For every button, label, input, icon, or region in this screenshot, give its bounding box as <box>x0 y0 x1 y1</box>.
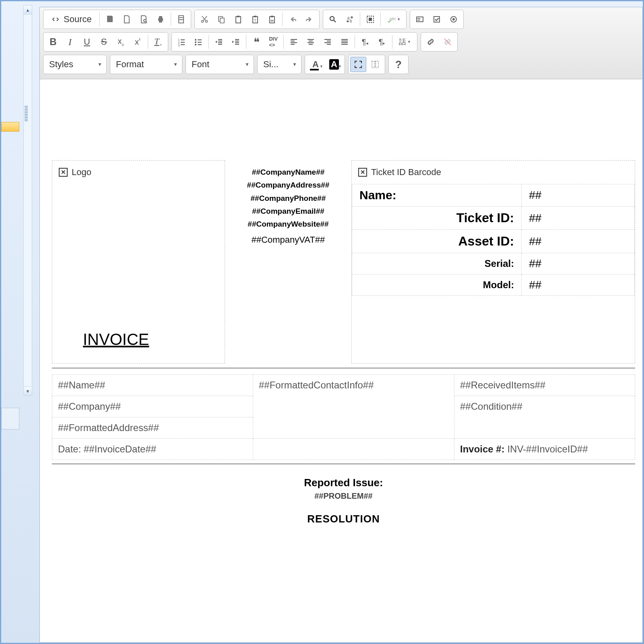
templates-button[interactable] <box>173 12 189 27</box>
maximize-icon <box>353 60 363 69</box>
svg-text:ABC: ABC <box>389 17 396 21</box>
cut-icon <box>200 14 209 24</box>
svg-point-1 <box>201 21 203 23</box>
div-button[interactable]: DIV<> <box>265 34 281 50</box>
underline-button[interactable]: U <box>79 34 95 50</box>
replace-icon: ab <box>345 14 355 24</box>
bullet-list-button[interactable] <box>190 34 206 50</box>
numbered-list-button[interactable]: 123 <box>173 34 190 50</box>
resolution-heading: RESOLUTION <box>52 513 635 525</box>
italic-button[interactable]: I <box>62 34 78 50</box>
superscript-button[interactable]: x² <box>130 34 146 50</box>
ticket-id-label: Ticket ID: <box>352 206 522 230</box>
new-page-button[interactable] <box>119 12 135 27</box>
model-value: ## <box>522 275 635 296</box>
strike-button[interactable]: S <box>96 34 112 50</box>
preview-icon <box>139 14 149 24</box>
svg-point-29 <box>195 41 196 43</box>
svg-rect-19 <box>417 17 423 22</box>
align-right-button[interactable] <box>320 34 336 50</box>
svg-rect-4 <box>220 18 224 23</box>
checkbox-button[interactable] <box>429 12 445 27</box>
company-name: ##CompanyName## <box>232 166 344 179</box>
select-all-button[interactable] <box>362 12 378 27</box>
align-center-button[interactable] <box>303 34 319 50</box>
align-left-button[interactable] <box>286 34 302 50</box>
svg-point-13 <box>330 17 334 21</box>
splitter-handle[interactable] <box>25 106 28 122</box>
ltr-button[interactable]: ¶◂ <box>357 34 373 50</box>
help-button[interactable]: ? <box>390 57 407 72</box>
align-justify-button[interactable] <box>336 34 353 50</box>
chevron-down-icon: ▼ <box>97 62 102 67</box>
outdent-button[interactable] <box>211 34 227 50</box>
replace-button[interactable]: ab <box>342 12 358 27</box>
source-button[interactable]: Source <box>45 12 97 27</box>
scroll-up-icon[interactable]: ▲ <box>24 6 32 14</box>
paste-button[interactable] <box>230 12 246 27</box>
language-button[interactable]: 話▼ <box>394 34 415 50</box>
spellcheck-button[interactable]: ABC▼ <box>383 12 405 27</box>
model-label: Model: <box>352 275 522 296</box>
checkbox-icon <box>432 14 442 24</box>
side-scrollbar[interactable]: ▲ ▼ <box>23 5 32 396</box>
bold-button[interactable]: B <box>45 34 61 50</box>
svg-rect-31 <box>372 61 375 68</box>
size-dropdown[interactable]: Si...▼ <box>257 55 301 74</box>
find-button[interactable] <box>325 12 341 27</box>
rtl-button[interactable]: ¶▸ <box>374 34 390 50</box>
ltr-icon: ¶◂ <box>362 37 369 47</box>
redo-button[interactable] <box>301 12 318 27</box>
font-dropdown[interactable]: Font▼ <box>186 55 254 74</box>
name-value: ## <box>522 184 635 206</box>
remove-format-button[interactable]: T× <box>150 34 166 50</box>
remove-format-icon: T× <box>154 36 162 47</box>
condition: ##Condition## <box>454 396 635 439</box>
ticket-panel: ✕ Ticket ID Barcode Name:## Ticket ID:##… <box>351 160 635 363</box>
serial-label: Serial: <box>352 253 522 275</box>
link-icon <box>426 37 436 47</box>
paste-word-button[interactable]: W <box>264 12 280 27</box>
spellcheck-icon: ABC <box>386 14 396 24</box>
svg-text:T: T <box>254 19 256 23</box>
styles-dropdown[interactable]: Styles▼ <box>43 55 107 74</box>
bg-color-button[interactable]: A▼ <box>325 57 343 72</box>
issue-section: Reported Issue: ##PROBLEM## RESOLUTION <box>52 477 635 525</box>
form-button[interactable] <box>412 12 428 27</box>
help-icon: ? <box>395 58 402 71</box>
paste-word-icon: W <box>267 14 277 24</box>
paste-text-button[interactable]: T <box>247 12 263 27</box>
svg-rect-21 <box>417 20 420 21</box>
preview-button[interactable] <box>136 12 152 27</box>
show-blocks-button[interactable] <box>367 57 383 72</box>
broken-image-icon: ✕ <box>59 168 68 177</box>
text-color-button[interactable]: A▼ <box>307 57 324 72</box>
side-panel <box>1 5 21 644</box>
panel-button[interactable] <box>1 408 19 429</box>
copy-button[interactable] <box>213 12 229 27</box>
maximize-button[interactable] <box>350 57 366 72</box>
numbered-list-icon: 123 <box>177 37 186 47</box>
link-button[interactable] <box>423 34 439 50</box>
svg-rect-5 <box>236 17 241 23</box>
company-vat: ##CompanyVAT## <box>232 232 344 247</box>
editor-canvas[interactable]: ✕ Logo INVOICE ##CompanyName## ##Company… <box>40 148 642 642</box>
scroll-down-icon[interactable]: ▼ <box>24 386 32 395</box>
format-dropdown[interactable]: Format▼ <box>110 55 182 74</box>
undo-button[interactable] <box>285 12 301 27</box>
subscript-button[interactable]: x₂ <box>113 34 129 50</box>
unlink-button[interactable] <box>440 34 456 50</box>
active-tab-indicator[interactable] <box>1 122 19 132</box>
cut-button[interactable] <box>196 12 213 27</box>
blank-cell <box>253 439 454 460</box>
align-center-icon <box>306 37 316 47</box>
issue-heading: Reported Issue: <box>52 477 635 489</box>
blockquote-button[interactable]: ❝ <box>248 34 264 50</box>
radio-button[interactable] <box>446 12 462 27</box>
find-icon <box>328 14 338 24</box>
save-button[interactable] <box>102 12 118 27</box>
align-right-icon <box>323 37 332 47</box>
redo-icon <box>305 14 314 24</box>
indent-button[interactable] <box>228 34 244 50</box>
print-button[interactable] <box>153 12 169 27</box>
